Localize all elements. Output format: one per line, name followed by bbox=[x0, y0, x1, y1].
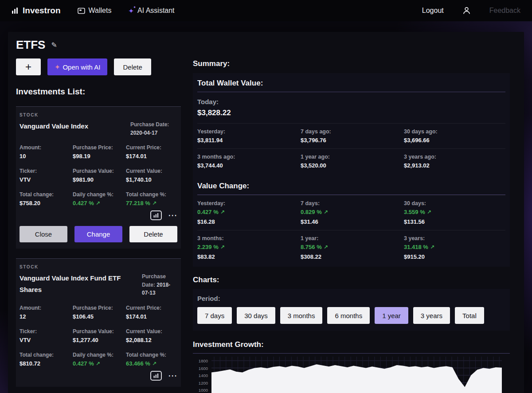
bar-chart-icon bbox=[153, 374, 159, 378]
period-total-button[interactable]: Total bbox=[455, 307, 484, 324]
asset-type-label: STOCK bbox=[20, 265, 177, 269]
wallet-icon bbox=[78, 8, 85, 14]
field-total-change-pct: Total change %:77.218 %↗ bbox=[126, 191, 177, 206]
asset-type-label: STOCK bbox=[20, 113, 177, 117]
logout-link[interactable]: Logout bbox=[422, 7, 444, 15]
main-panel: ETFS ✎ + ✦ Open with AI Delete Investmen… bbox=[8, 32, 524, 393]
value-change-row: Yesterday:0.427 %↗$16.28 7 days:0.829 %↗… bbox=[197, 195, 505, 230]
field-current-value: Current Value:$2,088.12 bbox=[126, 328, 177, 343]
mini-chart-button[interactable] bbox=[150, 210, 162, 220]
summary-heading: Summary: bbox=[193, 59, 510, 68]
period-label: Period: bbox=[197, 295, 505, 302]
charts-heading: Charts: bbox=[193, 276, 510, 284]
today-label: Today: bbox=[197, 98, 505, 105]
sparkles-icon: ✦✦ bbox=[128, 8, 134, 14]
change-button[interactable]: Change bbox=[74, 226, 122, 242]
feedback-link[interactable]: Feedback bbox=[489, 7, 520, 15]
trend-up-icon: ↗ bbox=[96, 200, 100, 206]
investment-name: Vanguard Value Index Fund ETF Shares bbox=[20, 272, 121, 297]
wallet-column: ETFS ✎ + ✦ Open with AI Delete Investmen… bbox=[16, 38, 181, 387]
wallet-value-item: Yesterday:$3,811.94 bbox=[197, 128, 301, 144]
purchase-date-block: Purchase Date: 2020-04-17 bbox=[130, 121, 177, 137]
close-button[interactable]: Close bbox=[20, 226, 67, 242]
summary-panel: Total Wallet Value: Today: $3,828.22 Yes… bbox=[193, 73, 510, 267]
period-buttons: 7 days 30 days 3 months 6 months 1 year … bbox=[197, 307, 505, 324]
field-current-value: Current Value:$1,740.10 bbox=[126, 168, 177, 183]
investment-name: Vanguard Value Index bbox=[20, 121, 121, 137]
nav-wallets-label: Wallets bbox=[89, 7, 112, 15]
growth-area-chart bbox=[211, 357, 502, 393]
user-icon[interactable] bbox=[462, 7, 471, 15]
period-6-months-button[interactable]: 6 months bbox=[327, 307, 370, 324]
nav-right-group: Logout Feedback bbox=[422, 7, 520, 15]
period-3-months-button[interactable]: 3 months bbox=[280, 307, 323, 324]
card-icon-row: ⋯ bbox=[20, 210, 177, 220]
brand-name: Investron bbox=[23, 6, 61, 16]
edit-wallet-name-icon[interactable]: ✎ bbox=[51, 41, 57, 49]
purchase-date-value: 2020-04-17 bbox=[130, 130, 157, 136]
period-7-days-button[interactable]: 7 days bbox=[197, 307, 232, 324]
today-value: $3,828.22 bbox=[197, 109, 505, 123]
mini-chart-button[interactable] bbox=[150, 371, 162, 381]
delete-wallet-button[interactable]: Delete bbox=[114, 58, 151, 75]
field-daily-change-pct: Daily change %:0.427 %↗ bbox=[73, 352, 126, 367]
purchase-date-block: Purchase Date: 2018-07-13 bbox=[142, 272, 177, 297]
add-investment-button[interactable]: + bbox=[16, 58, 41, 75]
wallet-value-row: Yesterday:$3,811.94 7 days ago:$3,796.76… bbox=[197, 123, 505, 148]
trend-up-icon: ↗ bbox=[152, 361, 156, 367]
trend-up-icon: ↗ bbox=[324, 244, 328, 250]
value-change-item: 3 months:2.239 %↗$83.82 bbox=[197, 235, 301, 260]
wallet-value-item: 3 months ago:$3,744.40 bbox=[197, 154, 301, 169]
open-with-ai-button[interactable]: ✦ Open with AI bbox=[47, 58, 107, 75]
investments-list-heading: Investments List: bbox=[16, 87, 181, 97]
top-navbar: Investron Wallets ✦✦ AI Assistant Logout… bbox=[0, 0, 532, 21]
value-change-item: Yesterday:0.427 %↗$16.28 bbox=[197, 200, 301, 225]
nav-ai-assistant[interactable]: ✦✦ AI Assistant bbox=[128, 7, 174, 15]
trend-up-icon: ↗ bbox=[220, 209, 225, 215]
period-3-years-button[interactable]: 3 years bbox=[413, 307, 450, 324]
value-change-item: 3 years:31.418 %↗$915.20 bbox=[404, 235, 505, 260]
investment-growth-chart: 18001600140012001000 bbox=[193, 357, 510, 393]
more-options-button[interactable]: ⋯ bbox=[168, 374, 177, 378]
brand[interactable]: Investron bbox=[12, 6, 61, 16]
trend-up-icon: ↗ bbox=[152, 200, 156, 206]
period-panel: Period: 7 days 30 days 3 months 6 months… bbox=[193, 289, 510, 331]
value-change-item: 7 days:0.829 %↗$31.46 bbox=[301, 200, 404, 225]
period-1-year-button[interactable]: 1 year bbox=[375, 307, 408, 324]
trend-up-icon: ↗ bbox=[430, 244, 434, 250]
period-30-days-button[interactable]: 30 days bbox=[237, 307, 275, 324]
wallet-value-item: 7 days ago:$3,796.76 bbox=[301, 128, 404, 144]
trend-up-icon: ↗ bbox=[220, 244, 225, 250]
field-purchase-price: Purchase Price:$106.45 bbox=[73, 305, 126, 320]
field-amount: Amount:12 bbox=[20, 305, 73, 320]
trend-up-icon: ↗ bbox=[427, 209, 431, 215]
card-header: Vanguard Value Index Purchase Date: 2020… bbox=[20, 121, 177, 137]
value-change-heading: Value Change: bbox=[197, 182, 505, 195]
investment-fields: Amount:12 Purchase Price:$106.45 Current… bbox=[20, 305, 177, 367]
brand-logo-icon bbox=[12, 7, 19, 14]
wallet-name: ETFS bbox=[16, 38, 45, 52]
field-current-price: Current Price:$174.01 bbox=[126, 144, 177, 160]
nav-wallets[interactable]: Wallets bbox=[78, 7, 112, 15]
field-total-change: Total change:$810.72 bbox=[20, 352, 73, 367]
more-options-button[interactable]: ⋯ bbox=[168, 213, 177, 218]
field-total-change-pct: Total change %:63.466 %↗ bbox=[126, 352, 177, 367]
field-daily-change-pct: Daily change %:0.427 %↗ bbox=[73, 191, 126, 206]
card-icon-row: ⋯ bbox=[20, 371, 177, 381]
wallet-value-row: 3 months ago:$3,744.40 1 year ago:$3,520… bbox=[197, 148, 505, 174]
field-amount: Amount:10 bbox=[20, 144, 73, 160]
field-ticker: Ticker:VTV bbox=[20, 328, 73, 343]
delete-investment-button[interactable]: Delete bbox=[129, 226, 177, 242]
investment-card: STOCK Vanguard Value Index Fund ETF Shar… bbox=[16, 258, 181, 387]
bar-chart-icon bbox=[153, 213, 159, 218]
value-change-item: 1 year:8.756 %↗$308.22 bbox=[301, 235, 404, 260]
wallet-value-item: 1 year ago:$3,520.00 bbox=[301, 154, 404, 169]
investment-fields: Amount:10 Purchase Price:$98.19 Current … bbox=[20, 144, 177, 206]
wallet-value-item: 30 days ago:$3,696.66 bbox=[404, 128, 505, 144]
purchase-date-label: Purchase Date: bbox=[130, 121, 169, 128]
trend-up-icon: ↗ bbox=[324, 209, 328, 215]
field-purchase-value: Purchase Value:$981.90 bbox=[73, 168, 126, 183]
total-wallet-value-heading: Total Wallet Value: bbox=[197, 79, 505, 92]
investment-growth-heading: Investment Growth: bbox=[193, 340, 510, 354]
field-purchase-value: Purchase Value:$1,277.40 bbox=[73, 328, 126, 343]
